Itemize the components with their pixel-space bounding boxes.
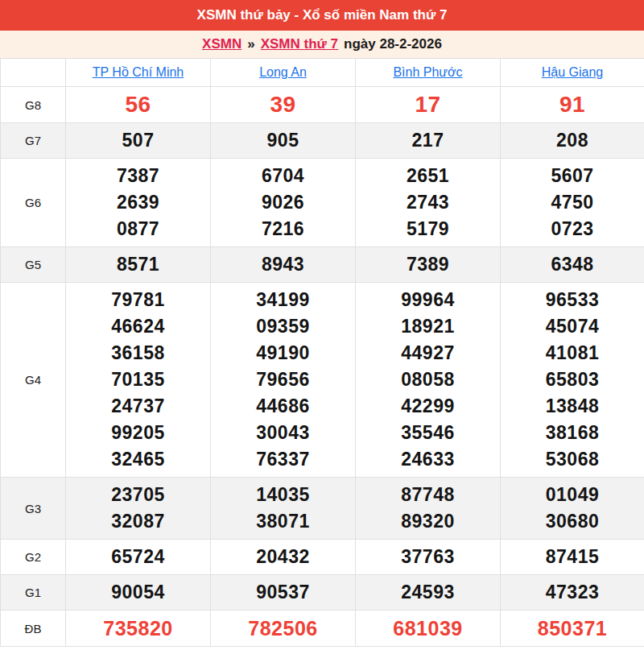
column-header-binhphuoc: Bình Phước	[356, 59, 501, 87]
results-table: TP Hồ Chí Minh Long An Bình Phước Hậu Gi…	[0, 58, 644, 647]
prize-numbers-cell: 79781466243615870135247379920532465	[66, 283, 211, 478]
prize-numbers-cell: 2370532087	[66, 478, 211, 540]
prize-number: 782506	[213, 615, 353, 642]
prize-number: 08058	[357, 366, 498, 393]
prize-number: 99205	[68, 420, 208, 446]
prize-number: 09359	[213, 313, 353, 340]
prize-numbers-cell: 17	[356, 87, 501, 123]
prize-numbers-cell: 6348	[501, 247, 644, 283]
province-link-haugiang[interactable]: Hậu Giang	[542, 65, 604, 79]
prize-number: 2639	[68, 189, 208, 216]
prize-numbers-cell: 24593	[356, 575, 501, 611]
prize-numbers-cell: 217	[356, 123, 501, 159]
page-title-text: XSMN thứ bảy - Xổ số miền Nam thứ 7	[197, 7, 448, 23]
prize-number: 681039	[357, 615, 498, 642]
province-link-tphcm[interactable]: TP Hồ Chí Minh	[93, 65, 184, 79]
prize-number: 32087	[68, 508, 208, 535]
prize-number: 01049	[502, 482, 642, 508]
prize-number: 2743	[357, 189, 498, 216]
province-link-longan[interactable]: Long An	[259, 65, 307, 79]
prize-number: 41081	[502, 340, 642, 366]
prize-number: 9026	[213, 189, 353, 216]
prize-number: 37763	[357, 544, 498, 570]
prize-number: 24593	[357, 579, 498, 606]
prize-number: 24633	[357, 446, 498, 473]
prize-number: 32465	[68, 446, 208, 473]
prize-label: G5	[1, 247, 66, 283]
prize-number: 20432	[213, 544, 353, 570]
prize-number: 70135	[68, 366, 208, 393]
table-row-g4: G479781466243615870135247379920532465341…	[1, 283, 644, 478]
table-row-g5: G58571894373896348	[1, 247, 644, 283]
prize-number: 2651	[357, 163, 498, 189]
prize-numbers-cell: 37763	[356, 540, 501, 575]
prize-number: 905	[213, 127, 353, 154]
prize-number: 35546	[357, 420, 498, 446]
breadcrumb-link-xsmn-thu7[interactable]: XSMN thứ 7	[261, 36, 338, 52]
prize-number: 89320	[357, 508, 498, 535]
prize-number: 34199	[213, 287, 353, 313]
prize-label: G4	[1, 283, 66, 478]
prize-number: 6704	[213, 163, 353, 189]
column-header-haugiang: Hậu Giang	[501, 59, 644, 87]
prize-number: 17	[357, 91, 498, 118]
prize-label: G8	[1, 87, 66, 123]
prize-number: 0877	[68, 216, 208, 242]
prize-number: 0723	[502, 216, 642, 242]
prize-number: 7389	[357, 251, 498, 278]
prize-number: 45074	[502, 313, 642, 340]
prize-number: 7216	[213, 216, 353, 242]
prize-number: 8571	[68, 251, 208, 278]
prize-numbers-cell: 56	[66, 87, 211, 123]
prize-numbers-cell: 0104930680	[501, 478, 644, 540]
prize-label: G3	[1, 478, 66, 540]
prize-column-header	[1, 59, 66, 87]
prize-number: 79656	[213, 366, 353, 393]
prize-label: ĐB	[1, 611, 66, 647]
prize-number: 56	[68, 91, 208, 118]
prize-numbers-cell: 8571	[66, 247, 211, 283]
prize-number: 217	[357, 127, 498, 154]
prize-numbers-cell: 20432	[211, 540, 356, 575]
prize-number: 13848	[502, 393, 642, 420]
prize-numbers-cell: 738726390877	[66, 159, 211, 247]
prize-label: G6	[1, 159, 66, 247]
prize-numbers-cell: 7389	[356, 247, 501, 283]
results-body: G856391791G7507905217208G673872639087767…	[1, 87, 644, 647]
table-row-g6: G673872639087767049026721626512743517956…	[1, 159, 644, 247]
breadcrumb-link-xsmn[interactable]: XSMN	[202, 36, 242, 52]
prize-number: 735820	[68, 615, 208, 642]
prize-number: 7387	[68, 163, 208, 189]
table-row-g2: G265724204323776387415	[1, 540, 644, 575]
prize-numbers-cell: 90054	[66, 575, 211, 611]
prize-numbers-cell: 850371	[501, 611, 644, 647]
prize-number: 4750	[502, 189, 642, 216]
prize-number: 44686	[213, 393, 353, 420]
prize-number: 14035	[213, 482, 353, 508]
prize-number: 5179	[357, 216, 498, 242]
breadcrumb-separator: »	[247, 36, 254, 52]
prize-number: 38168	[502, 420, 642, 446]
prize-numbers-cell: 8943	[211, 247, 356, 283]
prize-numbers-cell: 560747500723	[501, 159, 644, 247]
prize-number: 65803	[502, 366, 642, 393]
prize-label: G1	[1, 575, 66, 611]
page-title: XSMN thứ bảy - Xổ số miền Nam thứ 7	[0, 0, 644, 31]
prize-number: 507	[68, 127, 208, 154]
prize-number: 42299	[357, 393, 498, 420]
breadcrumb: XSMN » XSMN thứ 7 ngày 28-2-2026	[0, 31, 644, 58]
breadcrumb-date: ngày 28-2-2026	[344, 36, 442, 52]
prize-numbers-cell: 905	[211, 123, 356, 159]
table-row-db: ĐB735820782506681039850371	[1, 611, 644, 647]
prize-numbers-cell: 681039	[356, 611, 501, 647]
prize-numbers-cell: 99964189214492708058422993554624633	[356, 283, 501, 478]
prize-number: 79781	[68, 287, 208, 313]
prize-number: 38071	[213, 508, 353, 535]
prize-number: 5607	[502, 163, 642, 189]
prize-number: 53068	[502, 446, 642, 473]
prize-number: 90054	[68, 579, 208, 606]
prize-number: 87415	[502, 544, 642, 570]
table-row-g8: G856391791	[1, 87, 644, 123]
table-row-g3: G323705320871403538071877488932001049306…	[1, 478, 644, 540]
province-link-binhphuoc[interactable]: Bình Phước	[393, 65, 462, 79]
